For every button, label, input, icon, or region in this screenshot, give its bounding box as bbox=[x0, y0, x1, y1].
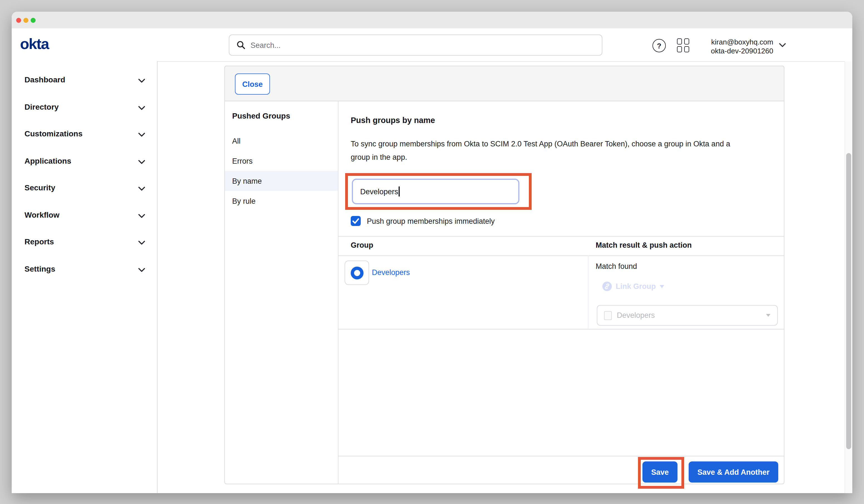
link-group-label: Link Group bbox=[616, 282, 656, 290]
sidebar-item-dashboard[interactable]: Dashboard bbox=[12, 73, 157, 95]
search-icon bbox=[237, 41, 245, 49]
minimize-window-button[interactable] bbox=[23, 18, 28, 23]
sidebar-item-directory[interactable]: Directory bbox=[12, 100, 157, 122]
account-chevron-down-icon[interactable] bbox=[779, 43, 786, 48]
checkmark-icon bbox=[351, 216, 361, 226]
save-button[interactable]: Save bbox=[643, 461, 677, 482]
column-header-group: Group bbox=[351, 241, 373, 249]
chevron-down-icon bbox=[138, 267, 145, 273]
close-button[interactable]: Close bbox=[235, 73, 270, 95]
group-link[interactable]: Developers bbox=[372, 268, 410, 277]
subnav-item-all[interactable]: All bbox=[225, 131, 338, 151]
chevron-down-icon bbox=[138, 187, 145, 191]
sidebar-item-workflow[interactable]: Workflow bbox=[12, 208, 157, 230]
subnav-item-errors[interactable]: Errors bbox=[225, 151, 338, 171]
app-group-dropdown[interactable]: Developers bbox=[597, 305, 778, 326]
scrollbar-thumb[interactable] bbox=[846, 153, 851, 449]
sidebar-item-customizations[interactable]: Customizations bbox=[12, 127, 157, 149]
close-window-button[interactable] bbox=[16, 18, 21, 23]
app-group-value: Developers bbox=[617, 311, 761, 320]
chevron-down-icon bbox=[138, 79, 145, 84]
group-name-input[interactable]: Developers bbox=[352, 179, 519, 204]
subnav-item-by-rule[interactable]: By rule bbox=[225, 191, 338, 211]
panel-header bbox=[224, 66, 784, 101]
sidebar-item-applications[interactable]: Applications bbox=[12, 154, 157, 176]
description-line-1: To sync group memberships from Okta to S… bbox=[351, 137, 730, 151]
subnav-divider bbox=[338, 101, 338, 484]
window-titlebar bbox=[12, 12, 852, 29]
group-name-input-value: Developers bbox=[360, 187, 398, 196]
group-avatar bbox=[345, 261, 369, 285]
table-row-border bbox=[338, 329, 784, 329]
push-groups-panel bbox=[224, 66, 784, 484]
account-org: okta-dev-20901260 bbox=[674, 47, 773, 56]
desktop: okta Search... ? kiran@boxyhq.com okta-d… bbox=[0, 0, 864, 504]
page-title: Push groups by name bbox=[351, 116, 435, 125]
chevron-down-icon bbox=[138, 106, 145, 110]
table-header-border bbox=[338, 255, 784, 256]
zoom-window-button[interactable] bbox=[30, 18, 35, 23]
group-donut-icon bbox=[350, 266, 363, 279]
subnav-item-by-name[interactable]: By name bbox=[225, 171, 338, 191]
subnav-title: Pushed Groups bbox=[232, 111, 290, 120]
footer-divider bbox=[338, 456, 784, 456]
help-icon[interactable]: ? bbox=[652, 39, 666, 52]
app-group-icon bbox=[604, 311, 612, 320]
sidebar-item-security[interactable]: Security bbox=[12, 181, 157, 203]
chevron-down-icon bbox=[138, 159, 145, 165]
description-line-2: group in the app. bbox=[351, 151, 730, 164]
push-immediately-checkbox[interactable] bbox=[351, 216, 361, 226]
link-group-button[interactable]: Link Group bbox=[602, 281, 664, 291]
sidebar-item-reports[interactable]: Reports bbox=[12, 235, 157, 257]
chevron-down-icon bbox=[138, 214, 145, 218]
description: To sync group memberships from Okta to S… bbox=[351, 137, 730, 164]
text-cursor bbox=[399, 187, 400, 196]
match-status: Match found bbox=[596, 262, 637, 271]
column-header-match: Match result & push action bbox=[596, 241, 692, 249]
link-icon bbox=[602, 281, 612, 291]
link-group-caret-icon bbox=[660, 285, 664, 288]
table-column-divider bbox=[588, 255, 588, 329]
account-email: kiran@boxyhq.com bbox=[674, 38, 773, 47]
chevron-down-icon bbox=[138, 132, 145, 137]
account-menu[interactable]: kiran@boxyhq.com okta-dev-20901260 bbox=[674, 38, 773, 56]
sidebar-item-settings[interactable]: Settings bbox=[12, 262, 157, 284]
search-placeholder: Search... bbox=[251, 41, 280, 49]
search-input[interactable]: Search... bbox=[229, 35, 602, 56]
table-top-border bbox=[338, 236, 784, 237]
push-immediately-label: Push group memberships immediately bbox=[367, 217, 495, 225]
save-add-another-button[interactable]: Save & Add Another bbox=[689, 461, 778, 482]
dropdown-caret-icon bbox=[766, 314, 770, 317]
chevron-down-icon bbox=[138, 240, 145, 245]
okta-logo: okta bbox=[20, 36, 49, 53]
